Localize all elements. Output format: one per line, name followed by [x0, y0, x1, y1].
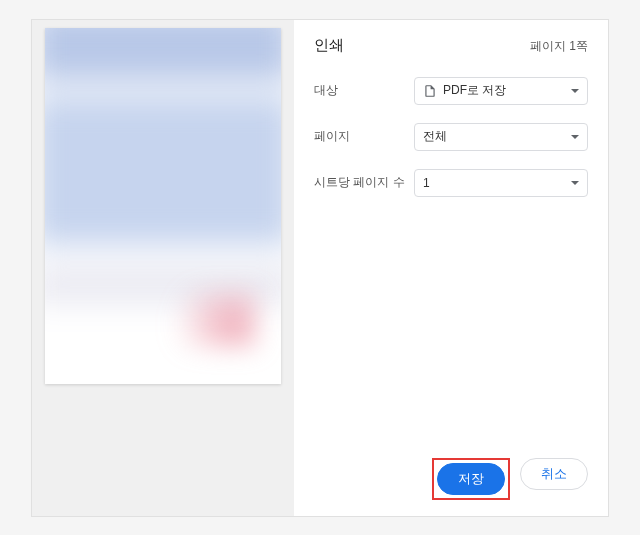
- chevron-down-icon: [571, 135, 579, 139]
- pages-label: 페이지: [314, 128, 414, 145]
- settings-pane: 인쇄 페이지 1쪽 대상 PDF로 저장 페이지 전체 시트당 페이지 수: [294, 20, 608, 516]
- cancel-button[interactable]: 취소: [520, 458, 588, 490]
- pdf-icon: [423, 84, 437, 98]
- destination-row: 대상 PDF로 저장: [314, 77, 588, 105]
- page-count: 페이지 1쪽: [530, 38, 588, 55]
- destination-select[interactable]: PDF로 저장: [414, 77, 588, 105]
- dialog-footer: 저장 취소: [314, 446, 588, 500]
- destination-label: 대상: [314, 82, 414, 99]
- dialog-title: 인쇄: [314, 36, 344, 55]
- pages-select[interactable]: 전체: [414, 123, 588, 151]
- chevron-down-icon: [571, 89, 579, 93]
- pages-per-sheet-label: 시트당 페이지 수: [314, 174, 414, 191]
- tutorial-highlight: 저장: [432, 458, 510, 500]
- pages-value: 전체: [423, 128, 447, 145]
- preview-page: [45, 28, 281, 384]
- destination-value: PDF로 저장: [443, 82, 506, 99]
- save-button[interactable]: 저장: [437, 463, 505, 495]
- pages-row: 페이지 전체: [314, 123, 588, 151]
- chevron-down-icon: [571, 181, 579, 185]
- print-dialog: 인쇄 페이지 1쪽 대상 PDF로 저장 페이지 전체 시트당 페이지 수: [31, 19, 609, 517]
- preview-pane: [32, 20, 294, 516]
- pages-per-sheet-select[interactable]: 1: [414, 169, 588, 197]
- pages-per-sheet-row: 시트당 페이지 수 1: [314, 169, 588, 197]
- dialog-header: 인쇄 페이지 1쪽: [314, 36, 588, 55]
- pages-per-sheet-value: 1: [423, 176, 430, 190]
